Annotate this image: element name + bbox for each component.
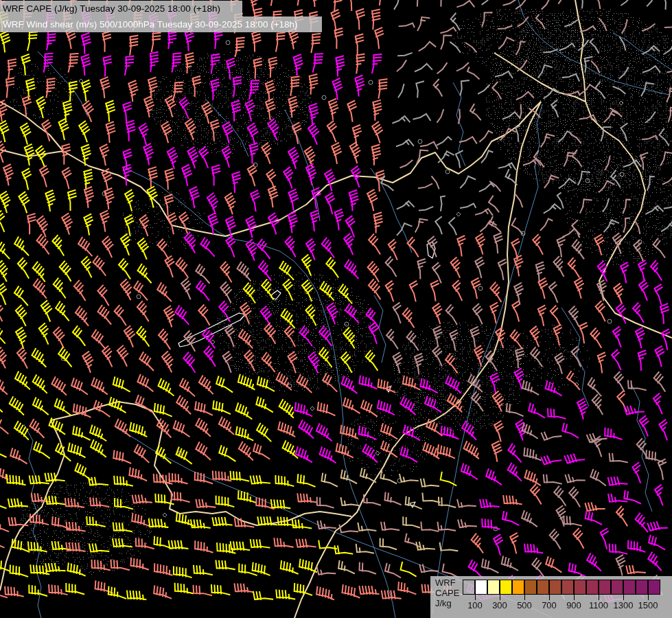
legend-box-11 <box>599 580 611 595</box>
legend-box-12 <box>611 580 623 595</box>
legend-tick <box>475 595 476 600</box>
legend-tick <box>549 595 550 600</box>
legend-tick-label: 1100 <box>585 600 612 610</box>
title-windshear-text: WRF Wind shear (m/s) 500/1000hPa Tuesday… <box>3 19 298 30</box>
legend-box-10 <box>586 580 599 595</box>
legend-tick <box>574 595 575 600</box>
legend-box-5 <box>524 580 537 595</box>
legend-title-line2: CAPE <box>435 588 459 598</box>
legend-tick-label: 900 <box>560 600 588 610</box>
legend-title-line1: WRF <box>435 577 459 588</box>
legend-title: WRF CAPE J/kg <box>435 577 459 608</box>
legend-tick-label: 700 <box>535 600 563 610</box>
weather-map-frame: WRF CAPE (J/kg) Tuesday 30-09-2025 18:00… <box>0 0 672 618</box>
title-bar-windshear: WRF Wind shear (m/s) 500/1000hPa Tuesday… <box>0 16 322 32</box>
legend-box-2 <box>487 580 500 595</box>
title-cape-text: WRF CAPE (J/kg) Tuesday 30-09-2025 18:00… <box>3 3 220 14</box>
title-bar-cape: WRF CAPE (J/kg) Tuesday 30-09-2025 18:00… <box>0 1 242 16</box>
legend-title-line3: J/kg <box>435 598 459 608</box>
legend-box-8 <box>561 580 574 595</box>
legend-box-4 <box>512 580 524 595</box>
legend-tick-label: 1300 <box>610 600 637 610</box>
legend-tick <box>500 595 500 600</box>
legend-tick <box>623 595 624 600</box>
legend-tick-label: 1500 <box>634 600 662 610</box>
legend-box-3 <box>500 580 512 595</box>
legend-tick <box>524 595 525 600</box>
legend-box-0 <box>463 580 475 595</box>
legend-box-6 <box>537 580 549 595</box>
legend-tick <box>648 595 649 600</box>
legend-tick-label: 500 <box>511 600 538 610</box>
legend-tick-label: 100 <box>461 600 489 610</box>
legend-box-7 <box>549 580 561 595</box>
legend-tick-label: 300 <box>486 600 513 610</box>
legend-box-9 <box>574 580 586 595</box>
legend-box-14 <box>636 580 648 595</box>
weather-map-canvas <box>0 0 672 618</box>
legend-box-13 <box>623 580 636 595</box>
legend-tick <box>599 595 599 600</box>
cape-legend-panel: WRF CAPE J/kg 10030050070090011001300150… <box>430 576 672 618</box>
legend-box-1 <box>475 580 487 595</box>
legend-box-15 <box>648 580 660 595</box>
